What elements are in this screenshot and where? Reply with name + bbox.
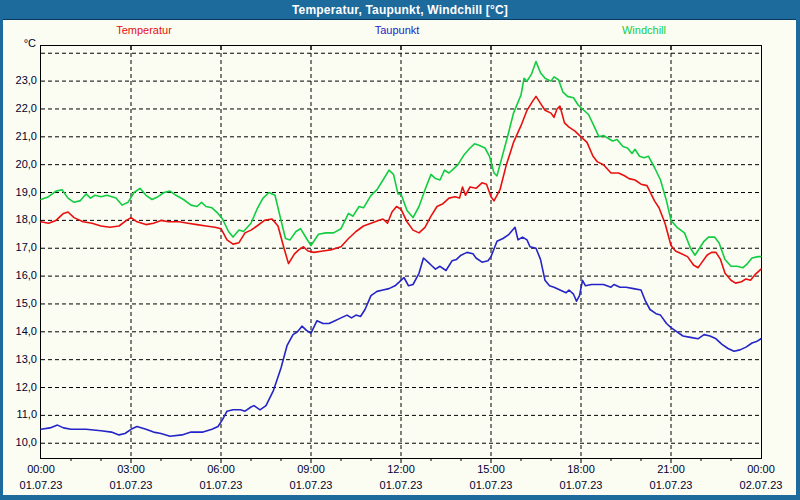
window-border-right	[796, 19, 800, 500]
chart-plot-area	[40, 45, 762, 459]
y-tick-label: 14,0	[0, 325, 37, 339]
x-tick-date-label: 01.07.23	[190, 479, 252, 492]
y-tick-label: 17,0	[0, 241, 37, 255]
x-tick-time-label: 00:00	[730, 463, 792, 476]
x-tick-date-label: 01.07.23	[280, 479, 342, 492]
y-tick-label: 20,0	[0, 158, 37, 172]
y-tick-label: 15,0	[0, 297, 37, 311]
y-tick-label: 23,0	[0, 74, 37, 88]
y-tick-label: 11,0	[0, 408, 37, 422]
y-tick-label: 22,0	[0, 102, 37, 116]
x-tick-time-label: 00:00	[10, 463, 72, 476]
window-titlebar[interactable]: Temperatur, Taupunkt, Windchill [°C]	[0, 0, 800, 20]
x-tick-date-label: 01.07.23	[10, 479, 72, 492]
x-tick-time-label: 03:00	[100, 463, 162, 476]
x-tick-time-label: 18:00	[550, 463, 612, 476]
y-tick-label: 18,0	[0, 213, 37, 227]
y-tick-label: 12,0	[0, 381, 37, 395]
y-tick-label: 13,0	[0, 353, 37, 367]
y-tick-label: 16,0	[0, 269, 37, 283]
legend-label-taupunkt: Taupunkt	[375, 24, 420, 36]
x-tick-time-label: 09:00	[280, 463, 342, 476]
window-border-bottom	[0, 495, 800, 500]
x-tick-time-label: 06:00	[190, 463, 252, 476]
legend-item-windchill: Windchill	[594, 24, 694, 38]
window-border-left	[0, 19, 3, 500]
x-tick-time-label: 12:00	[370, 463, 432, 476]
legend-item-taupunkt: Taupunkt	[347, 24, 447, 38]
x-tick-date-label: 01.07.23	[460, 479, 522, 492]
x-tick-date-label: 01.07.23	[370, 479, 432, 492]
y-tick-label: 19,0	[0, 186, 37, 200]
y-tick-label: 10,0	[0, 436, 37, 450]
x-tick-date-label: 01.07.23	[100, 479, 162, 492]
x-tick-date-label: 02.07.23	[730, 479, 792, 492]
legend-label-temperatur: Temperatur	[116, 24, 172, 36]
legend-label-windchill: Windchill	[622, 24, 666, 36]
y-axis-unit-label: °C	[0, 37, 36, 51]
x-tick-date-label: 01.07.23	[640, 479, 702, 492]
legend-item-temperatur: Temperatur	[94, 24, 194, 38]
x-tick-time-label: 15:00	[460, 463, 522, 476]
window-title: Temperatur, Taupunkt, Windchill [°C]	[292, 3, 508, 17]
x-tick-time-label: 21:00	[640, 463, 702, 476]
y-tick-label: 21,0	[0, 130, 37, 144]
x-tick-date-label: 01.07.23	[550, 479, 612, 492]
chart-window: Temperatur, Taupunkt, Windchill [°C] Tem…	[0, 0, 800, 500]
chart-canvas	[41, 46, 761, 458]
